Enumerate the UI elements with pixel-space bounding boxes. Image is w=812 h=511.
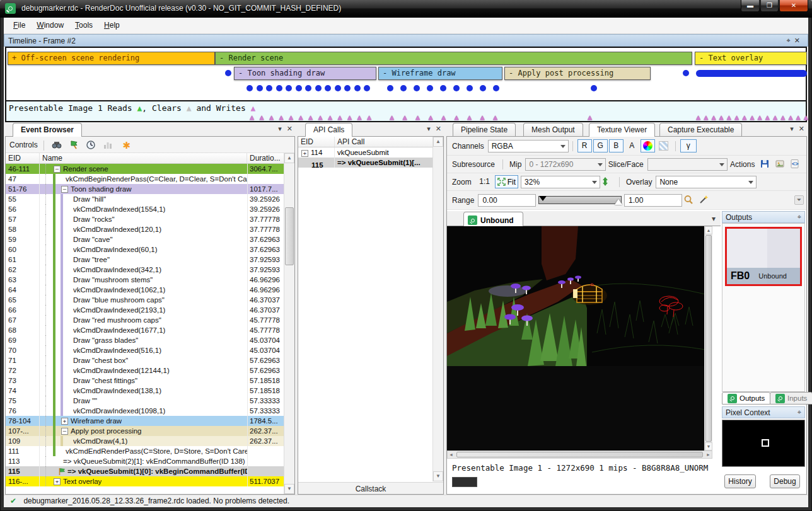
usage-triangle[interactable]: ▲	[308, 113, 313, 121]
menu-item-help[interactable]: Help	[98, 18, 125, 33]
usage-triangle[interactable]: ▲	[367, 113, 371, 121]
drawcall-dot[interactable]	[266, 85, 272, 91]
event-row[interactable]: 78-104+Wireframe draw1784.5...	[6, 416, 284, 426]
usage-triangle[interactable]: ▲	[588, 113, 592, 121]
expander-icon[interactable]: –	[61, 186, 68, 193]
usage-triangle[interactable]: ▲	[299, 113, 303, 121]
usage-triangle[interactable]: ▲	[403, 113, 407, 121]
drawcall-dot[interactable]	[440, 85, 446, 91]
chevron-down-icon[interactable]: ▾	[278, 125, 282, 132]
overlay-select[interactable]: None	[656, 176, 757, 188]
usage-triangle[interactable]: ▲	[788, 113, 792, 121]
event-row[interactable]: 73Draw "chest fittings"57.18518	[6, 376, 284, 386]
drawcall-dot[interactable]	[591, 85, 597, 91]
drawcall-dot[interactable]	[257, 85, 263, 91]
find-event-icon[interactable]	[51, 140, 64, 151]
event-row[interactable]: 75Draw ""57.33333	[6, 396, 284, 406]
fit-button[interactable]: Fit	[495, 175, 518, 188]
timeline-marker-bar[interactable]: - Toon shading draw	[234, 67, 376, 80]
auto-range-wand-icon[interactable]	[699, 195, 711, 206]
flip-y-icon[interactable]	[601, 176, 614, 188]
tab-capture-executable[interactable]: Capture Executable	[659, 123, 742, 136]
drawcall-dot[interactable]	[225, 70, 231, 76]
drawcall-dot[interactable]	[414, 85, 420, 91]
event-row[interactable]: 57Draw "rocks"37.77778	[6, 214, 284, 224]
history-button[interactable]: History	[724, 474, 756, 488]
green-channel-button[interactable]: G	[593, 139, 608, 152]
fb0-thumbnail[interactable]: FB0 Unbound	[725, 227, 802, 286]
event-row[interactable]: 68vkCmdDrawIndexed(1677,1)45.77778	[6, 325, 284, 335]
usage-triangle[interactable]: ▲	[357, 113, 362, 121]
chevron-down-icon[interactable]: ▾	[427, 125, 431, 132]
event-row[interactable]: 115=> vkQueueSubmit(1)[0]: vkBeginComman…	[6, 466, 284, 476]
event-row[interactable]: 61Draw "tree"37.92593	[6, 255, 284, 265]
usage-triangle[interactable]: ▲	[289, 113, 293, 121]
pin-icon[interactable]: ⌖	[787, 37, 794, 44]
event-row[interactable]: 51-76–Toon shading draw1017.7...	[6, 184, 284, 194]
time-drawcalls-icon[interactable]	[86, 140, 98, 151]
expander-icon[interactable]: +	[301, 150, 308, 157]
drawcall-dot[interactable]	[325, 85, 331, 91]
event-row[interactable]: 111vkCmdEndRenderPass(C=Store, D=Store, …	[6, 446, 284, 456]
range-max-input[interactable]: 1.00	[624, 194, 682, 207]
expander-icon[interactable]: +	[54, 478, 61, 485]
zoom-1to1-button[interactable]: 1:1	[476, 175, 494, 188]
usage-triangle[interactable]: ▲	[467, 113, 472, 121]
usage-triangle[interactable]: ▲	[269, 113, 274, 121]
timeline-header[interactable]: Timeline - Frame #2 ⌖✕	[4, 34, 808, 47]
open-code-icon[interactable]: <>	[790, 159, 803, 170]
drawcall-dot[interactable]	[427, 85, 433, 91]
blue-channel-button[interactable]: B	[609, 139, 624, 152]
tab-api-calls[interactable]: API Calls	[305, 123, 352, 137]
tab-outputs[interactable]: Outputs	[722, 392, 770, 405]
close-button[interactable]: ✕	[779, 0, 808, 12]
drawcall-dot[interactable]	[354, 85, 361, 91]
menu-item-file[interactable]: File	[8, 18, 31, 33]
mip-select[interactable]: 0 - 1272x690	[525, 158, 605, 171]
timeline-marker-bar[interactable]: - Render scene	[215, 52, 692, 65]
maximize-button[interactable]: ❐	[760, 0, 779, 12]
expander-icon[interactable]: +	[61, 418, 68, 425]
event-row[interactable]: 58vkCmdDrawIndexed(120,1)37.77778	[6, 224, 284, 234]
usage-triangle[interactable]: ▲	[279, 113, 284, 121]
usage-triangle[interactable]: ▲	[250, 113, 254, 121]
usage-triangle[interactable]: ▲	[455, 113, 459, 121]
alpha-checker-icon[interactable]	[656, 139, 671, 152]
drawcall-dot[interactable]	[305, 85, 311, 91]
timeline-marker-bar[interactable]: - Apply post processing	[504, 67, 651, 80]
toolbar-overflow-icon[interactable]: ⏷	[794, 195, 804, 205]
usage-triangle[interactable]: ▲	[390, 113, 394, 121]
event-row[interactable]: 66vkCmdDrawIndexed(2193,1)46.37037	[6, 305, 284, 315]
usage-triangle[interactable]: ▲	[704, 113, 708, 121]
pixel-context-view[interactable]	[722, 420, 805, 467]
event-row[interactable]: 116-...+Text overlay511.7037	[6, 476, 284, 486]
menu-item-window[interactable]: Window	[31, 18, 69, 33]
texture-hscrollbar[interactable]: ◄ ►	[447, 451, 712, 459]
drawcall-dot[interactable]	[364, 85, 370, 91]
timeline-marker-bar[interactable]: + Off-screen scene rendering	[8, 52, 215, 65]
gamma-button[interactable]: γ	[680, 139, 697, 152]
event-row[interactable]: 72vkCmdDrawIndexed(12144,1)57.62963	[6, 365, 284, 376]
close-icon[interactable]: ✕	[436, 125, 441, 132]
usage-triangle[interactable]: ▲	[796, 113, 801, 121]
event-row[interactable]: 60vkCmdDrawIndexed(60,1)37.62963	[6, 244, 284, 255]
color-wheel-icon[interactable]	[641, 139, 655, 152]
usage-triangle[interactable]: ▲	[804, 113, 808, 121]
expander-icon[interactable]: –	[61, 428, 68, 435]
usage-triangle[interactable]: ▲	[734, 113, 739, 121]
drawcall-dot[interactable]	[480, 85, 486, 91]
usage-triangle[interactable]: ▲	[338, 113, 342, 121]
drawcall-dot[interactable]	[493, 85, 499, 91]
zoom-select[interactable]: 32%	[521, 176, 600, 188]
range-slider[interactable]	[538, 196, 622, 204]
bookmark-asterisk-icon[interactable]: ✱	[120, 140, 133, 151]
usage-triangle[interactable]: ▲	[493, 113, 497, 121]
chevron-down-icon[interactable]: ▾	[712, 214, 716, 223]
usage-triangle[interactable]: ▲	[742, 113, 746, 121]
usage-triangle[interactable]: ▲	[765, 113, 770, 121]
drawcall-dot[interactable]	[467, 85, 473, 91]
usage-triangle[interactable]: ▲	[480, 113, 485, 121]
event-row[interactable]: 71Draw "chest box"57.62963	[6, 355, 284, 365]
open-image-icon[interactable]	[775, 159, 787, 170]
menu-item-tools[interactable]: Tools	[69, 18, 98, 33]
